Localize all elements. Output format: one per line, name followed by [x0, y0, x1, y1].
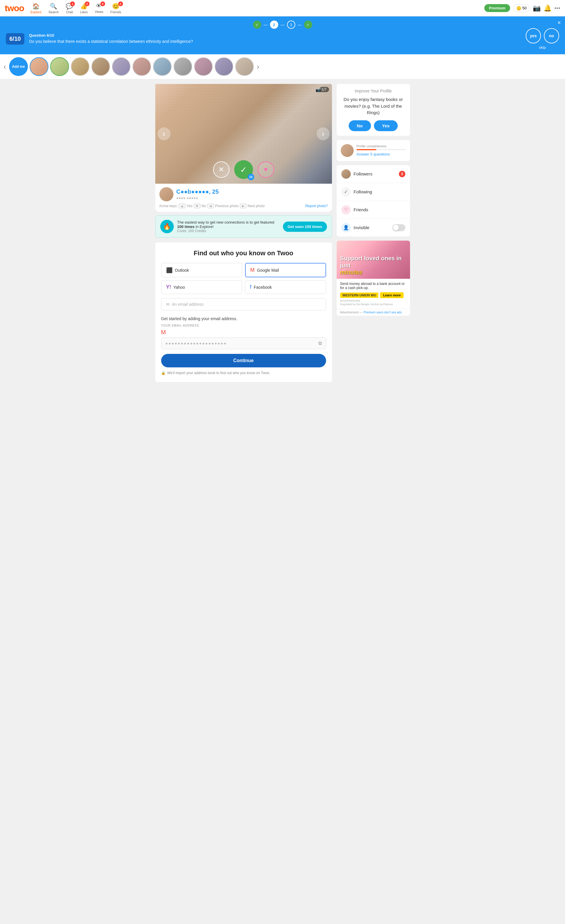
sidebar-item-friends[interactable]: ♡ Friends	[337, 201, 410, 219]
quiz-text-area: Question 6/10 Do you believe that there …	[29, 33, 521, 45]
prev-hint: Previous photo	[215, 204, 239, 208]
profile-location: ●●●● ●●●●●	[176, 196, 219, 200]
import-note-text: We'll import your address book to find o…	[167, 371, 270, 375]
logo[interactable]: twoo	[5, 3, 24, 13]
stories-next-button[interactable]: ›	[255, 62, 261, 71]
list-item[interactable]	[112, 57, 131, 76]
sidebar-list: Followers 3 ✓ Following ♡ Friends 👤 Invi…	[337, 165, 410, 237]
email-input-field[interactable]: ✉ An email address	[161, 298, 326, 310]
stories-prev-button[interactable]: ‹	[2, 62, 8, 71]
views-badge: 6	[101, 2, 105, 6]
copy-icon[interactable]: ⧉	[319, 340, 322, 346]
yahoo-button[interactable]: Y! Yahoo	[161, 280, 242, 294]
list-item[interactable]	[215, 57, 233, 76]
email-placeholder: An email address	[172, 302, 204, 307]
quiz-skip-label[interactable]: skip	[539, 45, 545, 50]
improve-title: Improve Your Profile	[341, 88, 405, 93]
nav-explore[interactable]: 🏠 Explore	[28, 2, 44, 15]
facebook-icon: f	[250, 284, 251, 290]
outlook-label: Outlook	[175, 268, 189, 273]
list-item[interactable]	[91, 57, 110, 76]
nav-search[interactable]: 🔍 Search	[45, 2, 62, 15]
find-section: Find out who you know on Twoo ⬛ Outlook …	[155, 242, 332, 382]
left-key: ◄	[207, 204, 214, 208]
quiz-yes-button[interactable]: yes	[526, 28, 541, 44]
add-me-button[interactable]: Add me	[9, 57, 28, 76]
down-key: ▼	[194, 204, 200, 208]
completeness-avatar	[341, 144, 354, 157]
improve-no-button[interactable]: No	[349, 120, 371, 131]
nav-chat[interactable]: 💬 Chat 1	[63, 2, 76, 15]
nav-friends[interactable]: 😊 Friends 2	[107, 2, 124, 15]
ad-title: Support loved ones in just minutes	[340, 255, 407, 276]
stories-row: ‹ Add me ›	[0, 54, 565, 79]
list-item[interactable]	[30, 57, 48, 76]
followers-badge: 3	[399, 171, 405, 177]
followers-icon	[341, 169, 351, 179]
report-link[interactable]: Report photo?	[305, 204, 328, 208]
get-seen-highlight: 100 times	[177, 225, 195, 229]
premium-button[interactable]: Premium	[484, 4, 510, 12]
like-button[interactable]: ✓ 10	[234, 160, 253, 179]
prev-photo-button[interactable]: ‹	[158, 128, 171, 140]
outlook-button[interactable]: ⬛ Outlook	[161, 263, 242, 277]
continue-button[interactable]: Continue	[161, 354, 326, 368]
bell-icon[interactable]: 🔔	[544, 4, 551, 12]
ad-highlight: minutes	[340, 269, 363, 276]
friends-label: Friends	[110, 10, 121, 14]
ad-regulated: Regulated by the Bangko Sentral ng Pilip…	[340, 303, 407, 306]
avatar	[159, 187, 173, 201]
camera-icon[interactable]: 📷	[533, 4, 541, 12]
next-photo-button[interactable]: ›	[317, 128, 330, 140]
get-seen-cost: Costs: 100 Credits	[177, 229, 279, 233]
ad-footer-text: Advertisement —	[340, 311, 363, 314]
improve-card: Improve Your Profile Do you enjoy fantas…	[337, 84, 410, 136]
add-email-text: Get started by adding your email address…	[161, 316, 326, 321]
yahoo-icon: Y!	[166, 284, 171, 290]
more-icon[interactable]: •••	[554, 6, 560, 11]
nav-likes[interactable]: 👍 Likes 3	[77, 2, 91, 15]
sidebar-item-invisible[interactable]: 👤 Invisible	[337, 219, 410, 237]
right-sidebar: Improve Your Profile Do you enjoy fantas…	[337, 84, 410, 382]
sidebar-item-followers[interactable]: Followers 3	[337, 165, 410, 183]
list-item[interactable]	[153, 57, 172, 76]
sidebar-item-following[interactable]: ✓ Following	[337, 183, 410, 201]
improve-question: Do you enjoy fantasy books or movies? (e…	[341, 96, 405, 116]
invisible-toggle[interactable]	[392, 224, 405, 231]
get-seen-button[interactable]: Get seen 100 times	[283, 222, 327, 232]
completeness-link[interactable]: Answer 5 questions	[357, 152, 390, 156]
quiz-no-button[interactable]: no	[544, 28, 559, 44]
nav-views[interactable]: 👁 Views 6	[92, 2, 106, 15]
list-item[interactable]	[194, 57, 213, 76]
get-seen-text2: in Explore!	[195, 225, 213, 229]
learn-more-button[interactable]: Learn more	[380, 292, 404, 298]
quiz-icon-box: 6/10	[6, 33, 24, 45]
like-badge: 10	[248, 174, 254, 180]
quiz-close-button[interactable]: ×	[557, 20, 561, 26]
ad-footer: Advertisement — Premium users don't see …	[337, 309, 410, 316]
improve-yes-button[interactable]: Yes	[374, 120, 398, 131]
header: twoo 🏠 Explore 🔍 Search 💬 Chat 1 👍 Likes…	[0, 0, 565, 16]
views-label: Views	[95, 10, 103, 14]
heart-button[interactable]: ♥	[258, 161, 274, 178]
list-item[interactable]	[50, 57, 69, 76]
premium-link[interactable]: Premium users don't see ads	[364, 311, 401, 314]
google-mail-button[interactable]: M Google Mail	[245, 263, 326, 277]
profile-name: C●●b●●●●●, 25	[176, 188, 219, 195]
up-key: ▲	[179, 204, 185, 208]
email-field-label: YOUR EMAIL ADDRESS	[161, 324, 326, 327]
invisible-label: Invisible	[354, 225, 389, 230]
list-item[interactable]	[71, 57, 90, 76]
action-buttons: ✕ ✓ 10 ♥	[213, 160, 274, 179]
list-item[interactable]	[173, 57, 192, 76]
quiz-question-text: Do you believe that there exists a stati…	[29, 39, 521, 45]
improve-actions: No Yes	[341, 120, 405, 131]
profile-info: C●●b●●●●●, 25 ●●●● ●●●●● Arrow keys: ▲ Y…	[155, 184, 332, 212]
toggle-thumb	[393, 225, 399, 231]
list-item[interactable]	[132, 57, 151, 76]
coins-button[interactable]: 🪙 50	[513, 4, 530, 12]
list-item[interactable]	[235, 57, 254, 76]
dislike-button[interactable]: ✕	[213, 161, 230, 178]
facebook-button[interactable]: f Facebook	[245, 280, 326, 294]
ad-card: Support loved ones in just minutes Send …	[337, 241, 410, 316]
